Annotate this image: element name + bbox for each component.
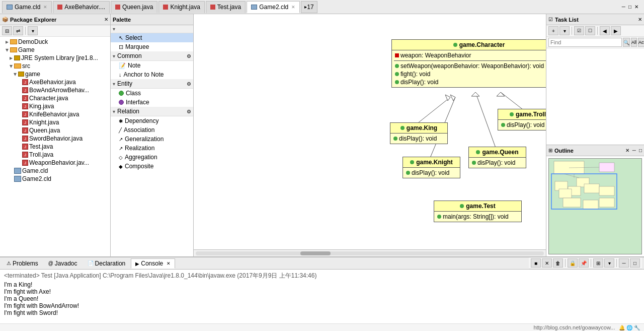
palette-item-class[interactable]: Class <box>111 89 193 98</box>
section-label: Relation <box>117 108 139 115</box>
tree-item-weaponbehavior[interactable]: ▸ J WeaponBehavior.jav... <box>0 159 110 167</box>
btn2[interactable]: ☐ <box>585 26 595 35</box>
tree-item-swordbehavior[interactable]: ▸ J SwordBehavior.java <box>0 135 110 143</box>
tree-item-knight[interactable]: ▸ J Knight.java <box>0 118 110 126</box>
tree-item-demoduck[interactable]: ▸ DemoDuck <box>0 38 110 46</box>
tree-item-character[interactable]: ▸ J Character.java <box>0 94 110 102</box>
palette-item-select[interactable]: ↖ Select <box>111 33 193 42</box>
new-task-btn[interactable]: + <box>548 26 558 35</box>
tree-item-troll[interactable]: ▸ J Troll.java <box>0 151 110 159</box>
tree-item-game[interactable]: ▾ Game <box>0 46 110 54</box>
close-icon[interactable]: ✕ <box>638 17 642 22</box>
menu-btn[interactable]: ▾ <box>604 258 614 268</box>
tab-queen[interactable]: Queen.java <box>111 1 157 13</box>
close-panel-icon[interactable]: ✕ <box>104 17 108 22</box>
menu-btn[interactable]: ▾ <box>559 26 570 35</box>
tab-console[interactable]: ▶ Console ✕ <box>131 258 175 269</box>
open-console-btn[interactable]: ⊞ <box>593 258 603 268</box>
palette-item-composite[interactable]: ◆ Composite <box>111 162 193 171</box>
item-label: Association <box>124 126 154 134</box>
tab-game2-cld[interactable]: Game2.cld ✕ <box>247 1 300 13</box>
remove-btn[interactable]: ✕ <box>542 258 552 268</box>
minimize-view-btn[interactable]: ─ <box>619 258 629 268</box>
menu-btn[interactable]: ▾ <box>28 26 38 35</box>
search-btn[interactable]: 🔍 <box>623 38 630 47</box>
tree-item-bowbehavior[interactable]: ▸ J BowAndArrowBehav... <box>0 86 110 94</box>
cld-icon <box>251 5 257 10</box>
close-icon[interactable]: ✕ <box>43 5 47 10</box>
visibility-icon <box>437 215 441 219</box>
tree-item-king[interactable]: ▸ J King.java <box>0 102 110 110</box>
close-icon[interactable]: ✕ <box>625 148 629 153</box>
palette-item-marquee[interactable]: ⊡ Marquee <box>111 42 193 51</box>
maximize-icon[interactable]: □ <box>627 4 633 10</box>
minimize-icon[interactable]: ─ <box>620 4 627 10</box>
uml-class-knight[interactable]: game.Knight disPlay(): void <box>403 157 460 178</box>
btn4[interactable]: ▶ <box>611 26 621 35</box>
palette-item-aggregation[interactable]: ◇ Aggregation <box>111 153 193 162</box>
tree-item-game-pkg[interactable]: ▾ game <box>0 70 110 78</box>
palette-item-dependency[interactable]: ✱ Dependency <box>111 116 193 125</box>
tree-item-src[interactable]: ▾ src <box>0 62 110 70</box>
outline-preview[interactable] <box>548 158 642 254</box>
btn3[interactable]: ◀ <box>600 26 610 35</box>
uml-class-character[interactable]: game.Character weapon: WeaponBehavior se… <box>391 39 546 88</box>
uml-class-test[interactable]: game.Test main(args: String[]): void <box>434 201 522 222</box>
horizontal-scrollbar[interactable] <box>194 249 546 256</box>
item-label: Dependency <box>125 117 158 124</box>
tree-item-axebehavior[interactable]: ▸ J AxeBehavior.java <box>0 78 110 86</box>
tree-item-jre[interactable]: ▸ JRE System Library [jre1.8... <box>0 54 110 62</box>
link-editor-btn[interactable]: ⇌ <box>13 26 23 35</box>
package-explorer-tree[interactable]: ▸ DemoDuck ▾ Game ▸ JRE System Library [… <box>0 37 110 256</box>
all-btn[interactable]: All <box>631 38 637 47</box>
pin-btn[interactable]: 📌 <box>579 258 589 268</box>
tab-overflow[interactable]: ▸ 17 <box>301 1 317 13</box>
palette-section-entity-header[interactable]: ▾ Entity ⚙ <box>111 79 193 89</box>
tab-knight[interactable]: Knight.java <box>158 1 204 13</box>
tab-problems[interactable]: ⚠ Problems <box>2 258 43 269</box>
close-icon[interactable]: ✕ <box>291 5 295 10</box>
uml-class-king[interactable]: game.King disPlay(): void <box>390 122 448 144</box>
tab-axe[interactable]: AxeBehavior.... <box>53 1 110 13</box>
palette-item-generalization[interactable]: ↗ Generalization <box>111 135 193 144</box>
tab-javadoc[interactable]: @ Javadoc <box>44 258 82 269</box>
activate-btn[interactable]: Activa... <box>638 38 644 47</box>
collapse-all-btn[interactable]: ⊟ <box>2 26 12 35</box>
settings-icon[interactable]: ⚙ <box>187 53 191 59</box>
tree-item-gamecld[interactable]: ▸ Game.cld <box>0 167 110 175</box>
palette-item-anchor[interactable]: ↓ Anchor to Note <box>111 70 193 79</box>
close-window-icon[interactable]: ✕ <box>633 4 640 10</box>
clear-btn[interactable]: 🗑 <box>553 258 563 268</box>
maximize-icon[interactable]: □ <box>639 148 642 153</box>
uml-class-troll[interactable]: game.Troll disPlay(): void <box>498 109 546 130</box>
tree-item-game2cld[interactable]: ▸ Game2.cld <box>0 175 110 183</box>
svg-marker-5 <box>471 92 479 96</box>
tree-item-test[interactable]: ▸ J Test.java <box>0 143 110 151</box>
settings-icon[interactable]: ⚙ <box>187 109 191 114</box>
palette-section-select-header[interactable]: ▾ <box>111 25 193 33</box>
terminate-btn[interactable]: ■ <box>531 258 541 268</box>
diagram-canvas[interactable]: game.Character weapon: WeaponBehavior se… <box>194 14 546 249</box>
console-terminated: <terminated> Test [Java Application] C:\… <box>4 272 640 280</box>
maximize-view-btn[interactable]: □ <box>630 258 640 268</box>
uml-class-queen[interactable]: game.Queen disPlay(): void <box>468 147 526 168</box>
palette-item-note[interactable]: 📝 Note <box>111 61 193 70</box>
settings-icon[interactable]: ⚙ <box>187 81 191 87</box>
tab-declaration[interactable]: 📄 Declaration <box>83 258 130 269</box>
find-input[interactable] <box>548 38 622 47</box>
palette-item-interface[interactable]: Interface <box>111 98 193 107</box>
minimize-icon[interactable]: ─ <box>632 148 636 153</box>
tab-game-cld[interactable]: Game.cld ✕ <box>2 1 52 13</box>
tree-item-queen[interactable]: ▸ J Queen.java <box>0 126 110 135</box>
palette-section-common-header[interactable]: ▾ Common ⚙ <box>111 51 193 61</box>
close-icon[interactable]: ✕ <box>167 261 171 266</box>
palette-item-realization[interactable]: ↗ Realization <box>111 144 193 153</box>
scroll-lock-btn[interactable]: 🔒 <box>568 258 578 268</box>
tab-test[interactable]: Test.java <box>206 1 246 13</box>
btn1[interactable]: ☑ <box>574 26 584 35</box>
palette-section-relation-header[interactable]: ▾ Relation ⚙ <box>111 107 193 116</box>
generalization-icon: ↗ <box>119 137 123 142</box>
palette-item-association[interactable]: ╱ Association <box>111 125 193 135</box>
package-explorer-panel: 📦 Package Explorer ✕ ⊟ ⇌ ▾ ▸ DemoDuck ▾ … <box>0 14 111 256</box>
tree-item-knifebehavior[interactable]: ▸ J KnifeBehavior.java <box>0 110 110 118</box>
